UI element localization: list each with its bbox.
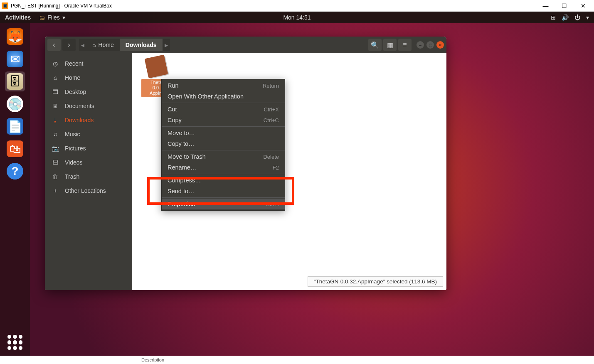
separator: [162, 174, 285, 174]
nav-back-button[interactable]: ‹: [47, 39, 61, 51]
video-icon: 🎞: [52, 159, 59, 166]
dock-help[interactable]: ?: [5, 161, 25, 181]
sidebar-item-music[interactable]: ♫Music: [45, 127, 132, 141]
folder-icon: 🗂: [39, 14, 45, 21]
host-window-title: PGN_TEST [Running] - Oracle VM VirtualBo…: [11, 3, 536, 9]
home-icon: ⌂: [92, 42, 96, 48]
sidebar-item-documents[interactable]: 🗎Documents: [45, 99, 132, 113]
virtualbox-icon: ▣: [2, 2, 8, 9]
sidebar-item-pictures[interactable]: 📷Pictures: [45, 141, 132, 155]
sidebar-item-other-locations[interactable]: +Other Locations: [45, 184, 132, 198]
breadcrumb-current[interactable]: Downloads: [120, 39, 163, 51]
annotation-highlight: [147, 177, 294, 205]
window-close-button[interactable]: ✕: [436, 41, 444, 49]
network-icon[interactable]: ⊞: [551, 14, 556, 21]
separator: [162, 103, 285, 103]
host-minimize-button[interactable]: —: [536, 0, 555, 12]
plus-icon: +: [52, 187, 59, 194]
camera-icon: 📷: [52, 145, 59, 152]
chevron-down-icon: ▾: [62, 14, 65, 21]
download-icon: ⭳: [52, 117, 59, 123]
gnome-top-bar: Activities 🗂 Files ▾ Mon 14:51 ⊞ 🔊 ⏻ ▾: [0, 12, 594, 23]
dock-firefox[interactable]: 🦊: [5, 27, 25, 47]
sidebar-item-trash[interactable]: 🗑Trash: [45, 170, 132, 184]
dock-software[interactable]: 🛍: [5, 139, 25, 159]
ctx-copy-to[interactable]: Copy to…: [162, 138, 285, 149]
breadcrumb-next[interactable]: ▸: [163, 39, 170, 51]
ctx-open-with[interactable]: Open With Other Application: [162, 91, 285, 102]
dock-rhythmbox[interactable]: 💿: [5, 94, 25, 114]
apps-grid-button[interactable]: [7, 335, 22, 350]
hamburger-menu-button[interactable]: ≡: [398, 39, 412, 51]
breadcrumb: ◂ ⌂Home Downloads ▸: [79, 39, 170, 51]
host-bottom-strip: Description: [0, 356, 594, 364]
separator: [162, 150, 285, 150]
ctx-run[interactable]: RunReturn: [162, 80, 285, 91]
clock[interactable]: Mon 14:51: [283, 14, 311, 21]
document-icon: 🗎: [52, 103, 59, 109]
window-maximize-button[interactable]: ▢: [426, 41, 434, 49]
sidebar-item-home[interactable]: ⌂Home: [45, 71, 132, 85]
dock-files[interactable]: 🗄: [5, 71, 25, 91]
power-icon[interactable]: ⏻: [574, 14, 580, 21]
sidebar-item-desktop[interactable]: 🗔Desktop: [45, 85, 132, 99]
appimage-icon: [145, 55, 168, 79]
sidebar-item-videos[interactable]: 🎞Videos: [45, 155, 132, 170]
status-bar: "ThetaGN-0.0.32.AppImage" selected (113.…: [308, 276, 443, 287]
ctx-rename[interactable]: Rename…F2: [162, 162, 285, 173]
bottom-description: Description: [141, 357, 164, 362]
app-menu-label: Files: [47, 14, 60, 21]
ubuntu-desktop: Activities 🗂 Files ▾ Mon 14:51 ⊞ 🔊 ⏻ ▾ 🦊…: [0, 12, 594, 356]
host-close-button[interactable]: ✕: [574, 0, 592, 12]
sidebar-item-downloads[interactable]: ⭳Downloads: [45, 113, 132, 127]
app-menu-files[interactable]: 🗂 Files ▾: [39, 14, 65, 21]
volume-icon[interactable]: 🔊: [562, 14, 569, 21]
dock: 🦊 ✉ 🗄 💿 📄 🛍 ?: [0, 23, 30, 356]
chevron-down-icon[interactable]: ▾: [586, 14, 589, 21]
activities-button[interactable]: Activities: [5, 14, 31, 21]
host-maximize-button[interactable]: ☐: [555, 0, 574, 12]
nav-forward-button[interactable]: ›: [62, 39, 76, 51]
breadcrumb-home[interactable]: ⌂Home: [86, 39, 120, 51]
dock-writer[interactable]: 📄: [5, 116, 25, 136]
dock-thunderbird[interactable]: ✉: [5, 49, 25, 69]
trash-icon: 🗑: [52, 173, 59, 180]
nautilus-sidebar: ◷Recent ⌂Home 🗔Desktop 🗎Documents ⭳Downl…: [45, 53, 132, 290]
view-toggle-button[interactable]: ▦: [383, 39, 397, 51]
ctx-copy[interactable]: CopyCtrl+C: [162, 115, 285, 125]
ctx-cut[interactable]: CutCtrl+X: [162, 104, 285, 115]
system-tray[interactable]: ⊞ 🔊 ⏻ ▾: [551, 14, 589, 21]
window-controls: – ▢ ✕: [417, 41, 444, 49]
ctx-move-to-trash[interactable]: Move to TrashDelete: [162, 151, 285, 162]
ctx-move-to[interactable]: Move to…: [162, 128, 285, 138]
music-icon: ♫: [52, 131, 59, 138]
window-minimize-button[interactable]: –: [417, 41, 424, 49]
host-window-titlebar: ▣ PGN_TEST [Running] - Oracle VM Virtual…: [0, 0, 594, 12]
sidebar-item-recent[interactable]: ◷Recent: [45, 57, 132, 71]
desktop-icon: 🗔: [52, 89, 59, 95]
search-button[interactable]: 🔍: [368, 39, 382, 51]
home-icon: ⌂: [52, 74, 59, 81]
clock-icon: ◷: [52, 60, 59, 67]
nautilus-header: ‹ › ◂ ⌂Home Downloads ▸ 🔍 ▦ ≡ – ▢ ✕: [45, 37, 446, 53]
separator: [162, 126, 285, 127]
breadcrumb-prev[interactable]: ◂: [79, 39, 86, 51]
